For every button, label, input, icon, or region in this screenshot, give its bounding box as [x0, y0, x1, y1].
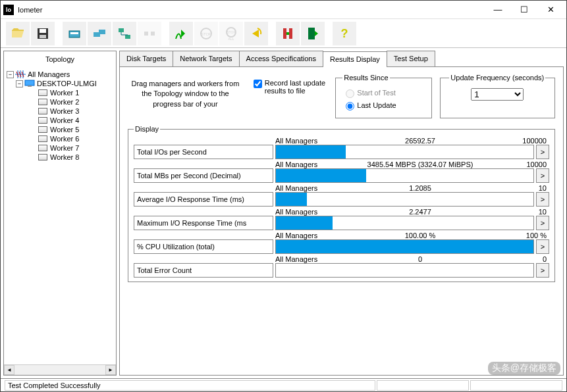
results-since-group: Results Since Start of Test Last Update — [335, 74, 431, 118]
metric-name-button[interactable]: % CPU Utilization (total) — [134, 239, 273, 254]
titlebar: lo Iometer — ☐ ✕ — [1, 1, 566, 19]
tab-results-display[interactable]: Results Display — [323, 51, 387, 67]
metric-bar[interactable] — [275, 239, 534, 254]
tree-worker[interactable]: Worker 6 — [7, 134, 113, 143]
new-worker-icon[interactable] — [63, 22, 86, 45]
metric-expand-button[interactable]: > — [536, 239, 549, 254]
metric-max: 100000 — [479, 137, 549, 145]
metric-row: All Managers1.208510Average I/O Response… — [134, 184, 549, 207]
collapse-icon[interactable]: − — [7, 71, 14, 78]
display-group: Display All Managers26592.57100000Total … — [128, 125, 555, 282]
minimize-button[interactable]: — — [485, 2, 511, 18]
start-icon[interactable] — [169, 22, 193, 45]
tree-worker[interactable]: Worker 2 — [7, 97, 113, 107]
tree-worker[interactable]: Worker 4 — [7, 116, 113, 125]
status-cell-2 — [377, 380, 469, 391]
metric-bar[interactable] — [275, 192, 534, 207]
metric-bar[interactable] — [275, 168, 534, 183]
tree-root-label: All Managers — [28, 70, 70, 78]
metric-value: 100.00 % — [361, 232, 479, 239]
tree-worker[interactable]: Worker 1 — [7, 88, 113, 97]
svg-text:STOP: STOP — [201, 32, 211, 36]
scroll-right-icon[interactable]: ► — [105, 365, 116, 375]
maximize-button[interactable]: ☐ — [511, 2, 537, 18]
metric-group-label: All Managers — [275, 160, 361, 168]
radio-last-update[interactable] — [346, 102, 354, 110]
disk-icon — [38, 117, 47, 124]
metric-group-label: All Managers — [275, 184, 361, 192]
status-cell-3 — [470, 380, 562, 391]
radio-start-of-test — [346, 89, 354, 98]
tree-computer[interactable]: − DESKTOP-ULMGI — [7, 79, 113, 88]
disk-icon — [38, 145, 47, 151]
tab-strip: Disk Targets Network Targets Access Spec… — [119, 51, 564, 66]
topology-tree[interactable]: − All Managers − DESKTOP-ULMGI Worker 1 … — [4, 67, 116, 364]
stop-all-icon[interactable]: STOPALL — [219, 22, 243, 45]
close-button[interactable]: ✕ — [537, 2, 564, 18]
results-since-legend: Results Since — [342, 74, 389, 82]
tree-worker[interactable]: Worker 5 — [7, 125, 113, 134]
metric-bar[interactable] — [275, 145, 534, 159]
drag-instructions: Drag managers and workers from the Topol… — [128, 74, 243, 118]
tab-test-setup[interactable]: Test Setup — [387, 51, 435, 66]
metric-name-button[interactable]: Average I/O Response Time (ms) — [134, 192, 273, 207]
computer-icon — [24, 80, 35, 87]
open-icon[interactable] — [6, 22, 30, 45]
update-frequency-select[interactable]: 1 — [471, 88, 524, 101]
metric-expand-button[interactable]: > — [536, 192, 549, 207]
svg-rect-7 — [119, 28, 124, 32]
tab-disk-targets[interactable]: Disk Targets — [119, 51, 173, 66]
collapse-icon[interactable]: − — [16, 80, 23, 87]
abort-icon[interactable] — [276, 22, 300, 45]
metric-expand-button[interactable]: > — [536, 216, 549, 230]
metric-bar[interactable] — [275, 216, 534, 230]
metric-name-button[interactable]: Total Error Count — [134, 263, 273, 278]
metric-value: 1.2085 — [361, 184, 479, 192]
tab-access-specifications[interactable]: Access Specifications — [239, 51, 323, 66]
metric-row: All Managers100.00 %100 %% CPU Utilizati… — [134, 232, 549, 254]
content-panel: Disk Targets Network Targets Access Spec… — [119, 51, 564, 376]
svg-rect-2 — [40, 35, 46, 38]
disk-icon — [38, 89, 47, 96]
save-icon[interactable] — [31, 22, 55, 45]
disconnect-icon[interactable] — [138, 22, 161, 45]
tree-worker[interactable]: Worker 7 — [7, 143, 113, 153]
metric-expand-button[interactable]: > — [536, 263, 549, 278]
duplicate-worker-icon[interactable] — [88, 22, 111, 45]
metric-name-button[interactable]: Total I/Os per Second — [134, 145, 273, 159]
tree-worker[interactable]: Worker 8 — [7, 153, 113, 162]
svg-text:STOP: STOP — [227, 30, 236, 34]
svg-text:?: ? — [341, 27, 348, 40]
stop-icon[interactable]: STOP — [194, 22, 218, 45]
metric-name-button[interactable]: Total MBs per Second (Decimal) — [134, 168, 273, 183]
record-checkbox[interactable] — [254, 80, 262, 88]
disk-icon — [38, 99, 47, 105]
svg-rect-10 — [151, 32, 155, 36]
svg-rect-18 — [286, 32, 289, 35]
reset-icon[interactable] — [244, 22, 268, 45]
metric-value: 3485.54 MBPS (3324.07 MiBPS) — [361, 160, 479, 168]
status-text: Test Completed Successfully — [5, 380, 375, 391]
svg-text:ALL: ALL — [229, 37, 234, 41]
statusbar: Test Completed Successfully — [1, 378, 566, 391]
metric-max: 100 % — [479, 232, 549, 239]
horizontal-scrollbar[interactable]: ◄ ► — [4, 364, 116, 375]
metric-value: 0 — [361, 255, 479, 263]
metric-value: 2.2477 — [361, 208, 479, 216]
metric-expand-button[interactable]: > — [536, 145, 549, 159]
tree-root[interactable]: − All Managers — [7, 70, 113, 79]
metric-bar[interactable] — [275, 263, 534, 278]
metric-name-button[interactable]: Maximum I/O Response Time (ms — [134, 216, 273, 230]
tree-worker[interactable]: Worker 3 — [7, 107, 113, 116]
metric-group-label: All Managers — [275, 255, 361, 263]
metric-expand-button[interactable]: > — [536, 168, 549, 183]
svg-rect-4 — [70, 32, 78, 34]
tab-network-targets[interactable]: Network Targets — [173, 51, 239, 66]
scroll-left-icon[interactable]: ◄ — [4, 365, 14, 375]
results-body: Drag managers and workers from the Topol… — [119, 66, 564, 376]
network-worker-icon[interactable] — [113, 22, 136, 45]
topology-panel: Topology − All Managers − DESKTOP-ULMGI … — [3, 51, 117, 376]
exit-icon[interactable] — [301, 22, 325, 45]
help-icon[interactable]: ? — [333, 22, 356, 45]
display-legend: Display — [134, 125, 160, 133]
